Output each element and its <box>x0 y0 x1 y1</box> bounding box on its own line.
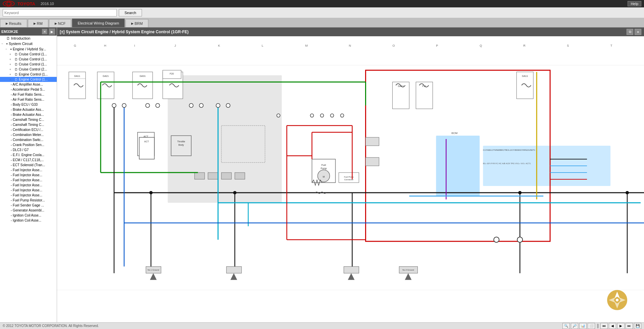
nav-first-button[interactable]: ⏮ <box>600 323 608 329</box>
tree-item-accelerator[interactable]: - Accelerator Pedal S... <box>0 87 57 92</box>
tree-item-introduction[interactable]: 🗋 Introduction <box>0 36 57 41</box>
tab-ew-diagram-label: Electrical Wiring Diagram <box>78 21 119 25</box>
svg-text:J: J <box>175 44 176 47</box>
svg-text:Pump: Pump <box>320 167 327 170</box>
export-button[interactable]: 💾 <box>634 323 641 329</box>
tree-item-body-ecu[interactable]: - Body ECU / G33 <box>0 102 57 107</box>
diagram-canvas[interactable]: G H I J K L M N O P Q R S T ECM <box>57 36 644 322</box>
right-panel: [±] System Circuit Engine / Hybrid Syste… <box>57 28 644 322</box>
horizontal-scrollbar[interactable] <box>597 324 598 328</box>
svg-text:F20: F20 <box>170 73 174 75</box>
panel-close-button[interactable]: ✕ <box>42 29 47 34</box>
svg-point-128 <box>616 299 618 301</box>
tree-item-fuel-inj-2[interactable]: - Fuel Injector Asse... <box>0 173 57 178</box>
zoom-in-button[interactable]: 🔍 <box>562 323 570 329</box>
tree-item-cruise-1[interactable]: + 🗋 Cruise Control (1... <box>0 52 57 57</box>
search-input[interactable] <box>3 9 117 16</box>
svg-point-106 <box>277 114 280 117</box>
tree-item-certification[interactable]: - Certification ECU /... <box>0 127 57 132</box>
svg-rect-21 <box>436 136 480 196</box>
tab-results-label: Results <box>9 21 21 26</box>
svg-text:L: L <box>262 44 263 47</box>
tree-item-combo-meter[interactable]: - Combination Meter... <box>0 132 57 137</box>
tree-item-generator[interactable]: - Generator Assembl... <box>0 208 57 213</box>
tree-item-cruise-2[interactable]: + 🗋 Cruise Control (1... <box>0 57 57 62</box>
tree-icon-cruise-4: 🗋 <box>14 67 18 71</box>
tree-icon-engine-hybrid: ▪ <box>10 47 12 51</box>
tree-label-air-fuel-1: - Air Fuel Ratio Sens... <box>11 93 44 96</box>
diagram-close-button[interactable]: ✕ <box>635 29 641 35</box>
tree-item-dlc3[interactable]: - DLC3 / G7 <box>0 147 57 152</box>
tree-item-ecm[interactable]: - ECM / C117,C118,... <box>0 157 57 162</box>
tree-item-brake-2[interactable]: - Brake Actuator Ass... <box>0 112 57 117</box>
tree-item-air-fuel-1[interactable]: - Air Fuel Ratio Sens... <box>0 92 57 97</box>
zoom-out-button[interactable]: 🔎 <box>571 323 578 329</box>
tree-item-ignition-1[interactable]: - Ignition Coil Asse... <box>0 213 57 218</box>
tree-label-cruise-4: Cruise Control (2... <box>19 67 47 71</box>
svg-text:GA11: GA11 <box>74 75 80 77</box>
tree-label-fuel-inj-1: - Fuel Injector Asse... <box>11 168 42 172</box>
tree-item-fuel-inj-6[interactable]: - Fuel Injector Asse... <box>0 193 57 198</box>
tab-arrow-ncf: ▶ <box>55 22 57 25</box>
tab-rm-label: RM <box>37 21 43 26</box>
tree-item-system-circuit[interactable]: − ▪ System Circuit <box>0 41 57 46</box>
svg-point-100 <box>146 103 150 107</box>
tree-item-brake-1[interactable]: - Brake Actuator Ass... <box>0 107 57 112</box>
tree-label-fuel-inj-6: - Fuel Injector Asse... <box>11 193 42 197</box>
tree-item-camshaft-1[interactable]: - Camshaft Timing C... <box>0 117 57 122</box>
tree-icon-engine-control-1: 🗋 <box>14 73 18 76</box>
tree-item-cruise-4[interactable]: + 🗋 Cruise Control (2... <box>0 67 57 72</box>
nav-last-button[interactable]: ⏭ <box>626 323 633 329</box>
tree-item-ac-amplifier[interactable]: - A/C Amplifier Asse... <box>0 82 57 87</box>
fit-button[interactable]: ⬜ <box>588 323 595 329</box>
tree-label-fuel-sender: - Fuel Sender Gage ... <box>11 203 44 207</box>
svg-point-116 <box>517 237 523 242</box>
chart-button[interactable]: 📊 <box>579 323 587 329</box>
tree-item-ect[interactable]: - ECT Solenoid (Tran... <box>0 162 57 168</box>
tree-item-engine-control-1[interactable]: + 🗋 Engine Control (1... <box>0 72 57 77</box>
diagram-header-buttons: ⧉ ✕ <box>627 29 641 35</box>
tree-item-fuel-pump[interactable]: - Fuel Pump Resistor... <box>0 198 57 203</box>
diagram-header: [±] System Circuit Engine / Hybrid Syste… <box>57 28 644 36</box>
copyright-text: © 2012 TOYOTA MOTOR CORPORATION. All Rig… <box>3 324 99 328</box>
svg-text:No.1 Ground: No.1 Ground <box>148 269 159 271</box>
tree-item-fuel-inj-5[interactable]: - Fuel Injector Asse... <box>0 188 57 193</box>
tree-item-fuel-inj-1[interactable]: - Fuel Injector Asse... <box>0 168 57 173</box>
expand-cruise-3: + <box>9 63 13 66</box>
help-button[interactable]: Help <box>628 1 641 6</box>
tab-rm[interactable]: ▶ RM <box>28 19 48 27</box>
tree-label-combo-switch: - Combination Switc... <box>11 138 43 142</box>
tab-ew-diagram[interactable]: Electrical Wiring Diagram <box>72 18 125 27</box>
tree-item-crank[interactable]: - Crank Position Sen... <box>0 142 57 147</box>
tree-item-efi[interactable]: - E.F.I. Engine Coola... <box>0 152 57 157</box>
search-button[interactable]: Search <box>119 9 142 16</box>
tab-brm[interactable]: ▶ BRM <box>126 19 148 27</box>
expand-cruise-1: + <box>9 53 13 56</box>
tree-container[interactable]: 🗋 Introduction − ▪ System Circuit − ▪ En… <box>0 36 57 322</box>
tree-item-fuel-sender[interactable]: - Fuel Sender Gage ... <box>0 203 57 208</box>
tree-item-air-fuel-2[interactable]: - Air Fuel Ratio Sens... <box>0 97 57 102</box>
svg-point-102 <box>189 103 193 107</box>
tree-label-combo-meter: - Combination Meter... <box>11 133 44 137</box>
tab-ncf[interactable]: ▶ NCF <box>49 19 71 27</box>
svg-point-109 <box>331 114 334 117</box>
tree-item-fuel-inj-4[interactable]: - Fuel Injector Asse... <box>0 183 57 188</box>
nav-next-button[interactable]: ▶ <box>617 323 625 329</box>
tree-item-cruise-3[interactable]: + 🗋 Cruise Control (1... <box>0 62 57 67</box>
tab-results[interactable]: ▶ Results <box>0 19 27 27</box>
diagram-restore-button[interactable]: ⧉ <box>627 29 633 35</box>
tree-item-engine-hybrid[interactable]: − ▪ Engine / Hybrid Sy... <box>0 46 57 52</box>
tree-label-crank: - Crank Position Sen... <box>11 143 44 147</box>
tree-item-fuel-inj-3[interactable]: - Fuel Injector Asse... <box>0 178 57 183</box>
tree-label-engine-control-1: Engine Control (1... <box>19 73 48 76</box>
nav-forward-button[interactable]: ▶ <box>49 28 55 35</box>
tree-item-camshaft-2[interactable]: - Camshaft Timing C... <box>0 122 57 127</box>
tree-item-engine-control-2[interactable]: − 🗋 Engine Control (1... <box>0 77 57 82</box>
nav-prev-button[interactable]: ◀ <box>609 323 616 329</box>
tree-label-introduction: Introduction <box>11 36 30 40</box>
tree-label-cruise-2: Cruise Control (1... <box>19 57 47 61</box>
svg-point-110 <box>341 114 344 117</box>
tree-item-combo-switch[interactable]: - Combination Switc... <box>0 137 57 142</box>
svg-text:ECM: ECM <box>451 132 457 135</box>
tree-item-ignition-2[interactable]: - Ignition Coil Asse... <box>0 218 57 223</box>
